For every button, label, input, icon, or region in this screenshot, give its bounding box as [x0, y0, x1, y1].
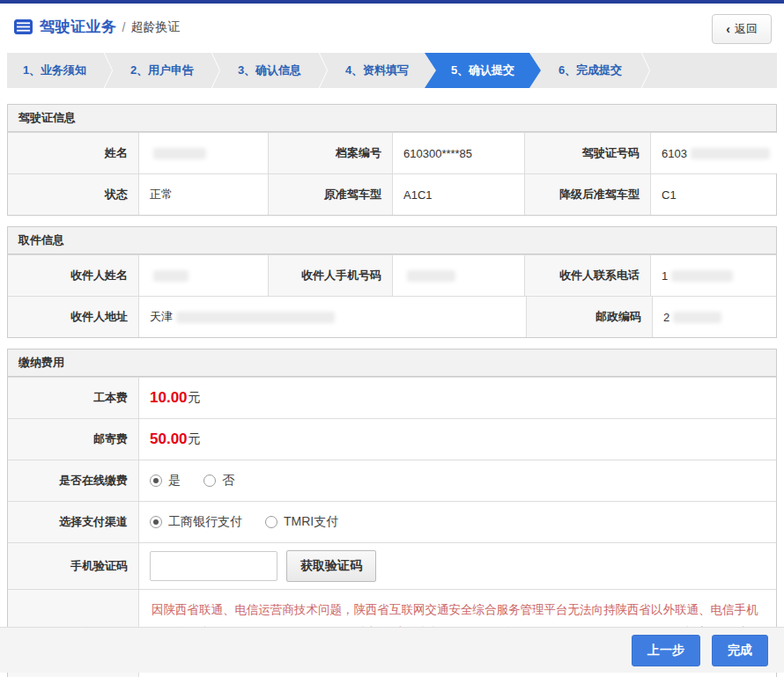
file-no-value: 610300****85 [392, 133, 524, 173]
table-row: 选择支付渠道 工商银行支付 TMRI支付 [8, 501, 776, 542]
address-value: 天津 [138, 297, 526, 337]
table-row: 状态 正常 原准驾车型 A1C1 降级后准驾车型 C1 [8, 173, 776, 215]
step-label: 5、确认提交 [451, 63, 514, 78]
status-value: 正常 [138, 174, 268, 215]
name-label: 姓名 [8, 133, 138, 173]
recipient-mobile-value [392, 255, 524, 296]
table-row: 工本费 10.00 元 [8, 377, 776, 418]
step-bar-filler [652, 53, 777, 88]
step-1-business-notice[interactable]: 1、业务须知 [7, 53, 102, 88]
page: 驾驶证业务 / 超龄换证 ‹ 返回 1、业务须知 2、用户申告 3、确认信息 4… [0, 0, 784, 677]
redacted-value [407, 270, 455, 282]
mail-fee-label: 邮寄费 [8, 419, 138, 460]
redacted-value [673, 312, 721, 323]
section-title: 驾驶证信息 [8, 105, 776, 132]
radio-online-yes[interactable] [150, 475, 162, 487]
captcha-field-group: 获取验证码 [138, 543, 776, 589]
step-separator-icon [102, 53, 115, 88]
step-separator-icon [210, 53, 222, 88]
radio-channel-icbc[interactable] [150, 516, 162, 528]
recipient-name-label: 收件人姓名 [8, 255, 138, 296]
radio-channel-tmri-label[interactable]: TMRI支付 [284, 514, 338, 530]
section-title: 取件信息 [8, 227, 776, 254]
name-value [138, 133, 268, 173]
license-no-value: 6103 [650, 133, 780, 173]
online-pay-options: 是 否 [138, 460, 776, 501]
captcha-input[interactable] [150, 551, 277, 581]
page-title: 驾驶证业务 [40, 17, 117, 37]
postcode-value: 2 [652, 297, 776, 337]
license-no-text: 6103 [662, 147, 687, 160]
recipient-phone-label: 收件人联系电话 [524, 255, 650, 296]
step-label: 6、完成提交 [558, 63, 622, 78]
radio-online-yes-label[interactable]: 是 [168, 473, 181, 489]
online-pay-label: 是否在线缴费 [8, 460, 138, 501]
work-fee-label: 工本费 [8, 378, 138, 418]
back-button-label: 返回 [735, 21, 758, 37]
redacted-value [153, 148, 206, 159]
captcha-label: 手机验证码 [8, 543, 138, 589]
file-no-label: 档案编号 [268, 133, 392, 173]
license-no-label: 驾驶证号码 [524, 133, 650, 173]
redacted-value [691, 148, 770, 159]
get-captcha-button[interactable]: 获取验证码 [286, 550, 376, 582]
orig-class-label: 原准驾车型 [268, 174, 392, 215]
redacted-value [176, 312, 335, 323]
radio-online-no-label[interactable]: 否 [222, 473, 234, 489]
step-3-confirm-info[interactable]: 3、确认信息 [222, 53, 317, 88]
postcode-label: 邮政编码 [526, 297, 652, 337]
radio-channel-tmri[interactable] [265, 516, 277, 528]
table-row: 是否在线缴费 是 否 [8, 460, 776, 501]
work-fee-value: 10.00 元 [138, 378, 776, 418]
redacted-value [153, 270, 189, 282]
table-row: 收件人地址 天津 邮政编码 2 [8, 296, 776, 337]
down-class-value: C1 [650, 174, 776, 215]
status-label: 状态 [8, 174, 138, 215]
table-row: 手机验证码 获取验证码 [8, 542, 776, 589]
license-info-section: 驾驶证信息 姓名 档案编号 610300****85 驾驶证号码 6103 状态… [7, 104, 777, 216]
recipient-phone-value: 1 [650, 255, 776, 296]
address-text: 天津 [150, 309, 173, 325]
address-label: 收件人地址 [8, 297, 138, 337]
pay-channel-label: 选择支付渠道 [8, 502, 138, 542]
radio-online-no[interactable] [203, 475, 216, 487]
mail-fee-amount: 50.00 [150, 430, 188, 448]
list-icon [14, 19, 33, 34]
step-separator-icon [317, 53, 329, 88]
step-4-fill-materials[interactable]: 4、资料填写 [329, 53, 425, 88]
step-5-confirm-submit-active[interactable]: 5、确认提交 [425, 53, 541, 88]
step-label: 1、业务须知 [23, 63, 86, 78]
footer-action-bar: 上一步 完成 [0, 627, 784, 673]
fee-unit: 元 [189, 390, 201, 406]
back-chevron-icon: ‹ [726, 22, 730, 36]
breadcrumb-separator: / [122, 20, 126, 34]
step-label: 2、用户申告 [130, 63, 194, 78]
table-row: 收件人姓名 收件人手机号码 收件人联系电话 1 [8, 254, 776, 296]
section-title: 缴纳费用 [8, 350, 776, 377]
radio-channel-icbc-label[interactable]: 工商银行支付 [168, 514, 242, 530]
mail-fee-value: 50.00 元 [138, 419, 776, 460]
previous-step-button[interactable]: 上一步 [632, 635, 700, 666]
step-2-user-declaration[interactable]: 2、用户申告 [115, 53, 210, 88]
orig-class-value: A1C1 [392, 174, 524, 215]
postcode-text: 2 [663, 311, 669, 324]
table-row: 姓名 档案编号 610300****85 驾驶证号码 6103 [8, 132, 776, 173]
redacted-value [671, 270, 733, 282]
fee-unit: 元 [189, 431, 201, 447]
pay-channel-options: 工商银行支付 TMRI支付 [138, 502, 776, 542]
finish-button[interactable]: 完成 [712, 635, 768, 666]
step-separator-icon [640, 53, 652, 88]
down-class-label: 降级后准驾车型 [524, 174, 650, 215]
step-6-complete-submit[interactable]: 6、完成提交 [541, 53, 640, 88]
pickup-info-section: 取件信息 收件人姓名 收件人手机号码 收件人联系电话 1 收件人地址 天津 邮政… [7, 226, 777, 338]
recipient-phone-text: 1 [662, 269, 668, 283]
step-wizard: 1、业务须知 2、用户申告 3、确认信息 4、资料填写 5、确认提交 6、完成提… [7, 53, 777, 88]
step-label: 3、确认信息 [238, 63, 301, 78]
step-label: 4、资料填写 [345, 63, 409, 78]
table-row: 邮寄费 50.00 元 [8, 418, 776, 460]
breadcrumb-current: 超龄换证 [130, 19, 180, 35]
recipient-mobile-label: 收件人手机号码 [268, 255, 392, 296]
page-header: 驾驶证业务 / 超龄换证 ‹ 返回 [0, 4, 784, 48]
back-button[interactable]: ‹ 返回 [712, 14, 772, 44]
recipient-name-value [138, 255, 268, 296]
